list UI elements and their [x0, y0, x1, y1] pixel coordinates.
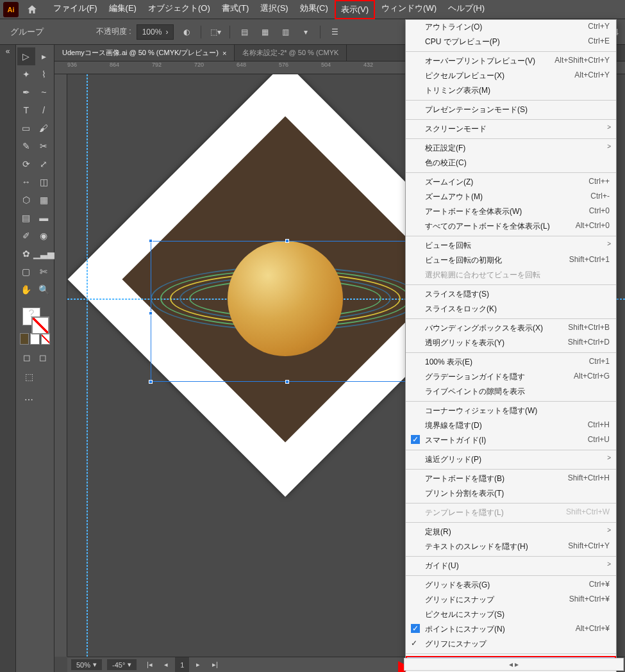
menu-item-14[interactable]: ズームイン(Z)Ctrl++ [406, 175, 616, 190]
scale-tool[interactable]: ⤢ [35, 155, 53, 173]
menu-type[interactable]: 書式(T) [217, 0, 254, 19]
menu-effect[interactable]: 効果(C) [295, 0, 333, 19]
menu-item-15[interactable]: ズームアウト(M)Ctrl+- [406, 190, 616, 204]
eyedropper-tool[interactable]: ✐ [17, 227, 35, 245]
curvature-tool[interactable]: ~ [35, 83, 53, 101]
rectangle-tool[interactable]: ▭ [17, 119, 35, 137]
magic-wand-tool[interactable]: ✦ [17, 65, 35, 83]
align-more-icon[interactable]: ▾ [298, 24, 313, 40]
eraser-tool[interactable]: ✂ [35, 137, 53, 155]
menu-item-26[interactable]: バウンディングボックスを表示(X)Shift+Ctrl+B [406, 321, 616, 336]
recolor-icon[interactable]: ◐ [179, 24, 194, 40]
panel-collapse-col[interactable]: « [0, 45, 16, 672]
mesh-tool[interactable]: ▤ [17, 209, 35, 227]
menu-item-37[interactable]: 遠近グリッド(P) [406, 452, 616, 467]
menu-item-47[interactable]: ガイド(U) [406, 559, 616, 573]
menubar: Ai ファイル(F) 編集(E) オブジェクト(O) 書式(T) 選択(S) 効… [0, 0, 625, 19]
swatch-2[interactable] [30, 333, 39, 345]
perspective-tool[interactable]: ▦ [35, 191, 53, 209]
menu-item-52[interactable]: ポイントにスナップ(N)Alt+Ctrl+¥ [406, 622, 616, 637]
menu-item-11[interactable]: 校正設定(F) [406, 141, 616, 156]
menu-item-1[interactable]: CPU でプレビュー(P)Ctrl+E [406, 35, 616, 49]
edit-toolbar-icon[interactable]: ⋯ [20, 391, 38, 409]
graph-tool[interactable]: ▁▃▅ [35, 245, 53, 263]
paintbrush-tool[interactable]: 🖌 [35, 119, 53, 137]
menu-file[interactable]: ファイル(F) [48, 0, 103, 19]
menu-item-0[interactable]: アウトライン(O)Ctrl+Y [406, 20, 616, 35]
menu-item-44[interactable]: 定規(R) [406, 525, 616, 539]
menu-item-42: テンプレートを隠す(L)Shift+Ctrl+W [406, 505, 616, 520]
menu-item-27[interactable]: 透明グリッドを表示(Y)Shift+Ctrl+D [406, 336, 616, 350]
menu-item-49[interactable]: グリッドを表示(G)Ctrl+¥ [406, 578, 616, 593]
rotate-tool[interactable]: ⟳ [17, 155, 35, 173]
menu-item-20[interactable]: ビューを回転の初期化Shift+Ctrl+1 [406, 253, 616, 268]
gradient-tool[interactable]: ▬ [35, 209, 53, 227]
menu-item-7[interactable]: プレゼンテーションモード(S) [406, 102, 616, 117]
align-center-icon[interactable]: ▦ [257, 24, 272, 40]
menu-item-50[interactable]: グリッドにスナップShift+Ctrl+¥ [406, 593, 616, 607]
shaper-tool[interactable]: ✎ [17, 137, 35, 155]
width-tool[interactable]: ↔ [17, 173, 35, 191]
nav-buttons[interactable]: |◂◂ 1 ▸▸| [142, 657, 222, 673]
swatch-none[interactable] [41, 333, 50, 345]
menu-item-53[interactable]: グリフにスナップ [406, 637, 616, 652]
slice-tool[interactable]: ✄ [35, 263, 53, 281]
menu-window[interactable]: ウィンドウ(W) [376, 0, 442, 19]
menu-item-3[interactable]: オーバープリントプレビュー(V)Alt+Shift+Ctrl+Y [406, 54, 616, 69]
opacity-field[interactable]: 100%› [137, 24, 174, 40]
home-icon[interactable] [24, 1, 40, 18]
shape-builder-tool[interactable]: ⬡ [17, 191, 35, 209]
lasso-tool[interactable]: ⌇ [35, 65, 53, 83]
menu-item-23[interactable]: スライスを隠す(S) [406, 287, 616, 302]
screen-mode-icon[interactable]: ⬚ [20, 368, 38, 386]
type-tool[interactable]: T [17, 101, 35, 119]
zoom-field[interactable]: 50%▾ [71, 659, 102, 670]
menu-select[interactable]: 選択(S) [255, 0, 293, 19]
close-icon[interactable]: × [222, 49, 226, 57]
blend-tool[interactable]: ◉ [35, 227, 53, 245]
align-right-icon[interactable]: ▥ [278, 24, 293, 40]
menu-item-9[interactable]: スクリーンモード [406, 122, 616, 136]
menu-item-33[interactable]: コーナーウィジェットを隠す(W) [406, 404, 616, 418]
menu-view[interactable]: 表示(V) [335, 0, 375, 19]
hand-tool[interactable]: ✋ [17, 281, 35, 299]
menu-item-30[interactable]: グラデーションガイドを隠すAlt+Ctrl+G [406, 370, 616, 384]
transform-icon[interactable]: ⬚▾ [208, 24, 223, 40]
menu-item-45[interactable]: テキストのスレッドを隠す(H)Shift+Ctrl+Y [406, 539, 616, 554]
menu-item-16[interactable]: アートボードを全体表示(W)Ctrl+0 [406, 204, 616, 219]
menu-item-24[interactable]: スライスをロック(K) [406, 302, 616, 316]
menu-object[interactable]: オブジェクト(O) [143, 0, 215, 19]
draw-behind-icon[interactable]: ◻ [36, 348, 51, 366]
swatch-1[interactable] [20, 333, 29, 345]
symbol-tool[interactable]: ✿ [17, 245, 35, 263]
menu-item-5[interactable]: トリミング表示(M) [406, 83, 616, 98]
menu-item-29[interactable]: 100% 表示(E)Ctrl+1 [406, 355, 616, 370]
free-transform-tool[interactable]: ◫ [35, 173, 53, 191]
tab-1[interactable]: Udemyコース画像.ai @ 50 % (CMYK/プレビュー)× [54, 45, 235, 61]
menu-item-39[interactable]: アートボードを隠す(B)Shift+Ctrl+H [406, 471, 616, 486]
menu-edit[interactable]: 編集(E) [104, 0, 142, 19]
stroke-color[interactable] [31, 316, 49, 334]
menu-item-51[interactable]: ピクセルにスナップ(S) [406, 607, 616, 622]
line-tool[interactable]: / [35, 101, 53, 119]
menu-help[interactable]: ヘルプ(H) [443, 0, 490, 19]
menu-item-19[interactable]: ビューを回転 [406, 238, 616, 253]
menu-item-4[interactable]: ピクセルプレビュー(X)Alt+Ctrl+Y [406, 69, 616, 83]
align-left-icon[interactable]: ▤ [237, 24, 252, 40]
tab-2[interactable]: 名称未設定-2* @ 50 % (CMYK [235, 45, 347, 61]
direct-selection-tool[interactable]: ▸ [35, 47, 53, 65]
menu-item-31[interactable]: ライブペイントの隙間を表示 [406, 384, 616, 399]
draw-normal-icon[interactable]: ◻ [20, 348, 35, 366]
menu-item-34[interactable]: 境界線を隠す(D)Ctrl+H [406, 418, 616, 433]
rotation-field[interactable]: -45°▾ [107, 659, 137, 670]
menu-item-40[interactable]: プリント分割を表示(T) [406, 486, 616, 501]
pen-tool[interactable]: ✒ [17, 83, 35, 101]
menu-item-12[interactable]: 色の校正(C) [406, 156, 616, 170]
artboard-tool[interactable]: ▢ [17, 263, 35, 281]
menu-item-35[interactable]: スマートガイド(I)Ctrl+U [406, 433, 616, 448]
dropdown-scroll[interactable]: ◂ ▸ [404, 658, 624, 671]
zoom-tool[interactable]: 🔍 [35, 281, 53, 299]
selection-tool[interactable]: ▷ [17, 47, 35, 65]
menu-item-17[interactable]: すべてのアートボードを全体表示(L)Alt+Ctrl+0 [406, 219, 616, 234]
arrange-icon[interactable]: ☰ [327, 24, 342, 40]
